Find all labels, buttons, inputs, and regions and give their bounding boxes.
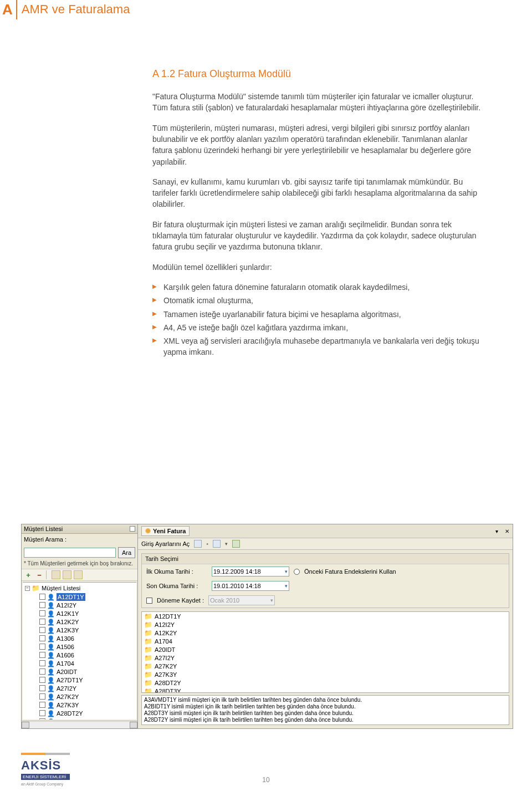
scroll-left-icon[interactable] [22,722,29,728]
toolbar-icon[interactable] [232,540,240,548]
tree-item[interactable]: 👤A1704 [39,659,136,667]
scroll-right-icon[interactable] [130,722,137,728]
tree-item[interactable]: 👤A12K3Y [39,626,136,634]
search-controls: Ara [22,545,137,560]
tree-item[interactable]: 👤A12I2Y [39,601,136,609]
tree-item[interactable]: 👤A28DT2Y [39,709,136,717]
sparkle-icon: ✺ [145,527,151,535]
result-item-label: A28DT2Y [155,680,181,686]
checkbox[interactable] [39,685,45,691]
person-icon: 👤 [47,643,55,651]
toolbar-icon[interactable] [63,570,71,579]
folder-icon: 📁 [32,584,40,592]
toolbar-icon[interactable] [74,570,83,579]
prev-index-radio[interactable] [294,569,300,575]
toolbar-icon[interactable] [52,570,60,579]
folder-icon: 📁 [144,613,152,620]
section-title: A 1.2 Fatura Oluşturma Modülü [152,67,485,81]
chevron-down-icon[interactable]: ▾ [285,583,288,589]
checkbox[interactable] [39,677,45,683]
tree-item-label: A12K2Y [57,618,79,626]
result-item[interactable]: 📁A12K2Y [142,629,509,637]
tree-item[interactable]: 👤A12DT1Y [39,593,136,601]
save-period-checkbox[interactable] [146,598,152,604]
chevron-down-icon[interactable]: ▾ [285,569,288,574]
close-icon[interactable]: ✕ [505,528,509,534]
date-value: 19.12.2009 14:18 [213,568,261,575]
checkbox[interactable] [39,627,45,633]
result-item[interactable]: 📁A20IDT [142,645,509,654]
checkbox[interactable] [39,594,45,600]
tab-new-invoice[interactable]: ✺ Yeni Fatura [141,526,190,536]
search-input[interactable] [24,548,116,558]
checkbox[interactable] [39,669,45,675]
result-item[interactable]: 📁A28DT3Y [142,687,509,693]
tree-item[interactable]: 👤A20IDT [39,667,136,676]
tab-bar: ✺ Yeni Fatura ▾ ✕ [138,524,513,538]
feature-item: Karşılık gelen fatura dönemine faturalar… [152,282,485,293]
expand-icon[interactable]: − [25,586,30,591]
person-icon: 👤 [47,693,55,701]
checkbox[interactable] [39,610,45,616]
tree-item-label: A27K2Y [57,693,79,701]
first-read-date[interactable]: 19.12.2009 14:18 ▾ [212,567,289,576]
result-item[interactable]: 📁A27K3Y [142,670,509,678]
remove-icon[interactable]: − [35,570,44,579]
person-icon: 👤 [47,626,55,634]
result-item[interactable]: 📁A12DT1Y [142,612,509,620]
checkbox[interactable] [39,718,45,720]
checkbox[interactable] [39,702,45,708]
tree-item[interactable]: 👤A27I2Y [39,684,136,692]
tree-item[interactable]: 👤A28DT3Y [39,717,136,720]
header-letter: A [0,0,17,19]
toolbar-icon[interactable] [213,540,221,548]
result-item[interactable]: 📁A27I2Y [142,654,509,662]
header-title: AMR ve Faturalama [17,0,135,19]
customer-tree: − 📁 Müşteri Listesi 👤A12DT1Y👤A12I2Y👤A12K… [23,582,136,720]
minimize-icon[interactable]: ▾ [495,528,498,534]
result-item[interactable]: 📁A12I2Y [142,620,509,629]
toolbar-icon[interactable] [194,540,202,548]
page-header: A AMR ve Faturalama [0,0,134,19]
folder-icon: 📁 [144,679,152,687]
checkbox[interactable] [39,693,45,700]
result-item-label: A27I2Y [155,655,175,661]
tree-item[interactable]: 👤A1606 [39,651,136,659]
chevron-down-icon[interactable]: ▾ [225,541,228,547]
logo-tagline: an Aktif Group Company [21,782,70,786]
pin-icon[interactable] [130,526,135,532]
result-item[interactable]: 📁A1704 [142,637,509,645]
result-item[interactable]: 📁A28DT2Y [142,678,509,687]
checkbox[interactable] [39,602,45,608]
result-item-label: A27K2Y [155,663,177,670]
horizontal-scrollbar[interactable] [22,721,137,728]
tree-root[interactable]: − 📁 Müşteri Listesi [25,584,136,593]
checkbox[interactable] [39,652,45,658]
settings-label[interactable]: Giriş Ayarlarını Aç [141,540,190,547]
tree-item[interactable]: 👤A27DT1Y [39,676,136,684]
add-icon[interactable]: + [24,570,33,579]
folder-icon: 📁 [144,671,152,678]
result-item[interactable]: 📁A27K2Y [142,662,509,670]
folder-icon: 📁 [144,662,152,670]
person-icon: 👤 [47,601,55,609]
period-value: Ocak 2010 [210,597,239,604]
checkbox[interactable] [39,619,45,625]
checkbox[interactable] [39,660,45,666]
tree-item[interactable]: 👤A27K2Y [39,692,136,701]
search-button[interactable]: Ara [118,547,135,558]
tree-item[interactable]: 👤A1506 [39,642,136,651]
tree-item[interactable]: 👤A12K1Y [39,609,136,618]
checkbox[interactable] [39,710,45,716]
scroll-track[interactable] [29,722,130,728]
tree-item[interactable]: 👤A12K2Y [39,618,136,626]
tree-item[interactable]: 👤A1306 [39,634,136,642]
checkbox[interactable] [39,635,45,641]
tree-item[interactable]: 👤A27K3Y [39,701,136,709]
feature-item: XML veya ağ servisleri aracılığıyla muha… [152,335,485,358]
person-icon: 👤 [47,710,55,717]
sub-toolbar: Giriş Ayarlarını Aç • ▾ [138,538,513,550]
checkbox[interactable] [39,644,45,650]
period-dropdown: Ocak 2010 ▾ [208,595,275,605]
last-read-date[interactable]: 19.01.2010 14:18 ▾ [212,581,289,591]
